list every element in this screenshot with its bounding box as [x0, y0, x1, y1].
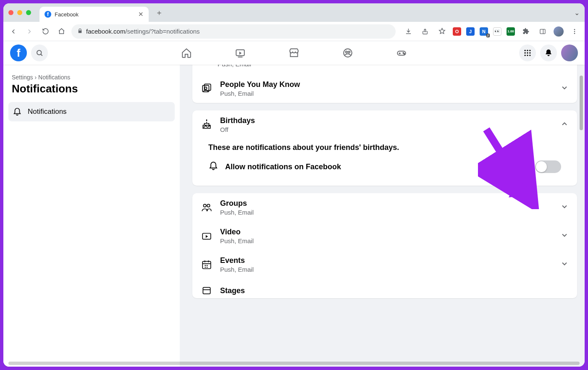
svg-point-23: [205, 87, 207, 89]
setting-row-events[interactable]: Events Push, Email: [192, 250, 577, 279]
close-window-button[interactable]: [8, 10, 13, 15]
svg-point-19: [525, 55, 526, 56]
close-tab-button[interactable]: ✕: [138, 10, 144, 18]
setting-title: Groups: [220, 199, 553, 208]
setting-row-groups[interactable]: Groups Push, Email: [192, 193, 577, 222]
extension-icon[interactable]: N2: [480, 27, 488, 36]
marketplace-icon[interactable]: [288, 47, 300, 59]
extension-icon[interactable]: O: [453, 27, 461, 36]
setting-subtext: Push, Email: [220, 266, 553, 273]
video-icon: [201, 230, 213, 242]
setting-card-birthdays: Birthdays Off These are notifications ab…: [192, 110, 577, 186]
chevron-down-icon: [560, 260, 569, 270]
svg-point-14: [527, 50, 528, 51]
sidebar-item-notifications[interactable]: Notifications: [8, 102, 175, 121]
svg-point-12: [404, 53, 404, 54]
url-path: /settings/?tab=notifications: [125, 28, 200, 35]
setting-row-stages[interactable]: Stages: [192, 279, 577, 298]
menu-grid-button[interactable]: [519, 45, 536, 61]
setting-title: Video: [220, 228, 553, 236]
bookmark-star-button[interactable]: [436, 26, 448, 37]
window-controls: [8, 10, 31, 15]
setting-description: These are notifications about your frien…: [202, 141, 568, 158]
extension-icon[interactable]: 👀: [493, 27, 501, 36]
chevron-down-icon: [560, 84, 569, 94]
watch-icon[interactable]: [234, 47, 246, 59]
address-bar[interactable]: facebook.com/settings/?tab=notifications: [71, 24, 396, 39]
browser-tab[interactable]: f Facebook ✕: [39, 7, 149, 22]
breadcrumb[interactable]: Settings › Notifications: [12, 74, 171, 81]
gaming-icon[interactable]: [396, 47, 407, 59]
facebook-header: f: [3, 41, 585, 65]
account-avatar-button[interactable]: [561, 45, 578, 61]
setting-row-pymk[interactable]: People You May Know Push, Email: [192, 74, 577, 103]
setting-subtext: Off: [220, 126, 553, 133]
home-button[interactable]: [55, 26, 67, 37]
share-button[interactable]: [419, 26, 431, 37]
facebook-favicon: f: [45, 11, 51, 18]
setting-subtext: Push, Email: [220, 90, 553, 97]
svg-point-13: [525, 50, 526, 51]
svg-point-25: [203, 204, 206, 207]
svg-point-21: [529, 55, 530, 56]
extensions-button[interactable]: [520, 26, 532, 37]
chevron-down-icon: [560, 202, 569, 213]
chrome-toolbar: facebook.com/settings/?tab=notifications…: [3, 22, 585, 41]
tabs-dropdown-button[interactable]: ⌄: [574, 9, 580, 17]
setting-row-video[interactable]: Video Push, Email: [192, 222, 577, 250]
setting-title: Stages: [220, 286, 569, 295]
toggle-label: Allow notifications on Facebook: [225, 163, 528, 171]
calendar-icon: [201, 259, 213, 270]
chrome-titlebar: f Facebook ✕ ＋ ⌄: [3, 3, 585, 22]
breadcrumb-leaf: Notifications: [38, 74, 70, 81]
new-tab-button[interactable]: ＋: [155, 8, 163, 18]
extension-icon[interactable]: 1.00: [507, 27, 515, 36]
svg-point-18: [529, 52, 530, 53]
svg-point-17: [527, 52, 528, 53]
top-nav: [181, 47, 407, 59]
setting-row-birthdays[interactable]: Birthdays Off: [192, 110, 577, 139]
birthday-cake-icon: [201, 119, 213, 131]
groups-icon[interactable]: [342, 47, 354, 59]
download-button[interactable]: [402, 26, 414, 37]
setting-subtext: Push, Email: [220, 237, 553, 244]
setting-title: Events: [220, 256, 553, 265]
search-button[interactable]: [31, 45, 48, 61]
side-panel-button[interactable]: [537, 26, 549, 37]
chrome-menu-button[interactable]: [569, 26, 580, 37]
svg-point-9: [348, 51, 350, 53]
facebook-logo[interactable]: f: [10, 45, 27, 61]
groups-icon: [201, 202, 213, 213]
svg-point-4: [574, 33, 575, 34]
forward-button[interactable]: [24, 26, 35, 37]
minimize-window-button[interactable]: [17, 10, 22, 15]
setting-subtext: Push, Email: [220, 209, 553, 216]
extension-icon[interactable]: J: [466, 27, 475, 36]
notifications-button[interactable]: [540, 45, 557, 61]
people-suggestion-icon: [201, 83, 213, 94]
bell-icon: [13, 107, 22, 116]
chevron-down-icon: [560, 231, 569, 241]
back-button[interactable]: [8, 26, 19, 37]
bell-icon: [208, 161, 218, 173]
chrome-profile-button[interactable]: [554, 26, 564, 37]
sidebar-item-label: Notifications: [28, 108, 67, 116]
previous-row-subtext: Push, Email: [192, 65, 577, 74]
settings-sidebar: Settings › Notifications Notifications N…: [3, 65, 180, 367]
main-content: Push, Email People You May Know Push, Em…: [180, 65, 585, 367]
horizontal-scrollbar[interactable]: [8, 362, 580, 365]
maximize-window-button[interactable]: [26, 10, 31, 15]
home-icon[interactable]: [181, 47, 192, 59]
breadcrumb-root[interactable]: Settings: [12, 74, 33, 81]
svg-point-20: [527, 55, 528, 56]
setting-title: Birthdays: [220, 116, 553, 125]
stages-icon: [201, 285, 213, 297]
page-title: Notifications: [12, 82, 171, 95]
svg-point-5: [37, 50, 42, 55]
allow-notifications-toggle[interactable]: [535, 160, 561, 173]
svg-point-26: [207, 204, 210, 207]
page-scrollbar[interactable]: [580, 76, 583, 311]
svg-point-3: [574, 31, 575, 32]
url-host: facebook.com: [86, 28, 125, 35]
reload-button[interactable]: [39, 26, 51, 37]
